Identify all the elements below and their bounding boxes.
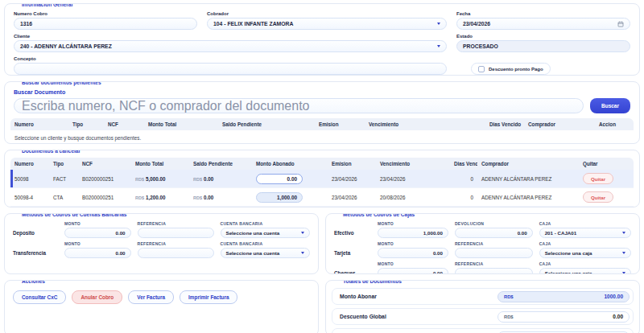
estado-input: PROCESADO — [456, 40, 630, 52]
field-cobrador: Cobrador 104 - FELIX INFANTE ZAMORA — [207, 11, 447, 30]
cheques-caja-select[interactable]: Seleccione una caja — [539, 268, 631, 274]
empty-state-row: Seleccione un cliente y busque documento… — [10, 130, 634, 144]
total-row-descuento-global: Descuento Global RD$ 0.00 — [332, 308, 634, 325]
tarjeta-caja-select[interactable]: Seleccione una caja — [539, 248, 631, 258]
col-monto-total: Monto Total — [144, 118, 218, 130]
deposito-referencia-input[interactable] — [138, 228, 214, 238]
section-totales: Totales de Documentos Monto Abonar RD$ 1… — [325, 280, 640, 333]
tarjeta-referencia-input[interactable] — [455, 248, 533, 258]
checkbox-icon[interactable] — [478, 66, 485, 72]
cell-ncf: B0200000251 — [78, 170, 131, 188]
currency-prefix: RD$ — [193, 177, 202, 182]
search-input[interactable] — [22, 99, 576, 113]
documents-to-cancel-table: Numero Tipo NCF Monto Total Saldo Pendie… — [10, 158, 634, 207]
amount: 5,000.00 — [146, 176, 166, 182]
field-descuento: Descuento pronto Pago — [456, 56, 630, 75]
monto-label: MONTO — [64, 241, 131, 246]
cheques-monto-input[interactable]: 0.00 — [378, 268, 448, 274]
transferencia-monto-input[interactable]: 0.00 — [64, 248, 131, 258]
descuento-pronto-pago-checkbox[interactable]: Descuento pronto Pago — [471, 63, 551, 75]
search-input-wrap — [14, 98, 584, 113]
cell-comprador: ADENNY ALCÁNTARA PEREZ — [477, 170, 579, 188]
total-value: 1000.00 — [605, 294, 624, 299]
quitar-button[interactable]: Quitar — [583, 191, 613, 203]
col-saldo-pendiente: Saldo Pendiente — [218, 118, 315, 130]
numero-cobro-input[interactable]: 1316 — [14, 18, 197, 30]
efectivo-caja-select[interactable]: 201 - CAJA01 — [539, 228, 631, 238]
chevron-down-icon — [622, 232, 625, 234]
descuento-label: Descuento pronto Pago — [489, 67, 543, 72]
deposito-monto-input[interactable]: 0.00 — [64, 228, 131, 238]
method-name: Deposito — [13, 230, 58, 238]
referencia-label: REFERENCIA — [455, 261, 533, 266]
method-row-cheques: Cheques MONTO 0.00 REFERENCIA CAJA Selec… — [332, 261, 634, 274]
cell-tipo: FACT — [49, 170, 78, 188]
fecha-value: 23/04/2026 — [463, 21, 490, 27]
anular-cobro-button[interactable]: Anular Cobro — [72, 290, 122, 304]
monto-label: MONTO — [378, 261, 448, 266]
consultar-cxc-button[interactable]: Consultar CxC — [13, 290, 66, 304]
ver-factura-button[interactable]: Ver Factura — [128, 290, 174, 304]
field-cliente: Cliente 240 - ADENNY ALCÁNTARA PEREZ — [14, 34, 447, 52]
descuento-global-input[interactable]: RD$ 0.00 — [497, 311, 630, 323]
cobrador-select[interactable]: 104 - FELIX INFANTE ZAMORA — [207, 18, 447, 30]
caja-label: CAJA — [539, 221, 631, 226]
calendar-icon[interactable] — [617, 21, 624, 27]
concepto-input[interactable] — [14, 63, 447, 75]
cell-monto-total: RD$1,200.00 — [131, 188, 189, 207]
table-row[interactable]: 50098 FACT B0200000251 RD$5,000.00 RD$0.… — [10, 170, 634, 188]
monto-abonado-input[interactable]: 0.00 — [256, 174, 303, 184]
chevron-down-icon — [622, 272, 625, 274]
currency-prefix: RD$ — [135, 195, 144, 200]
col-dias-vencido: Dias Vencido — [450, 158, 477, 170]
cell-saldo-pendiente: RD$0.00 — [189, 188, 252, 207]
amount: 0.00 — [204, 195, 213, 200]
col-ncf: NCF — [78, 158, 131, 170]
table-row[interactable]: 50098-4 CTA B0200000251 RD$1,200.00 RD$0… — [10, 188, 634, 207]
cell-quitar: Quitar — [579, 170, 634, 188]
cell-numero: 50098-4 — [10, 188, 49, 207]
method-name: Transferencia — [13, 250, 58, 258]
total-row-monto-abonar: Monto Abonar RD$ 1000.00 — [332, 288, 634, 305]
cell-quitar: Quitar — [579, 188, 634, 207]
section-documentos-cancelar: Documentos a cancelar Numero Tipo NCF Mo… — [4, 150, 640, 208]
col-quitar: Quitar — [579, 158, 634, 170]
cell-tipo: CTA — [49, 188, 78, 207]
table-header-row: Numero Tipo NCF Monto Total Saldo Pendie… — [10, 118, 634, 130]
fecha-input[interactable]: 23/04/2026 — [456, 18, 630, 30]
method-name: Efectivo — [334, 230, 371, 238]
deposito-cuenta-select[interactable]: Seleccione una cuenta — [221, 228, 310, 238]
section-informacion-general: Informacion General Numero Cobro 1316 Co… — [4, 3, 640, 76]
buscar-documento-heading: Buscar Documento — [14, 89, 630, 95]
monto-abonar-input[interactable]: RD$ 1000.00 — [497, 291, 630, 302]
col-numero: Numero — [10, 118, 68, 130]
cliente-label: Cliente — [14, 34, 447, 39]
referencia-label: REFERENCIA — [138, 241, 214, 246]
chevron-down-icon — [301, 252, 304, 254]
cuenta-value: Seleccione una cuenta — [226, 230, 280, 236]
efectivo-devolucion-input[interactable]: 0.00 — [455, 228, 533, 238]
method-name: Cheques — [334, 270, 371, 274]
col-comprador: Comprador — [477, 158, 579, 170]
referencia-label: REFERENCIA — [455, 241, 533, 246]
cuenta-label: CUENTA BANCARIA — [221, 241, 310, 246]
monto-abonado-input[interactable]: 1,000.00 — [256, 192, 303, 203]
caja-value: Seleccione una caja — [545, 250, 592, 256]
cliente-value: 240 - ADENNY ALCÁNTARA PEREZ — [20, 43, 112, 49]
quitar-button[interactable]: Quitar — [583, 173, 613, 184]
imprimir-factura-button[interactable]: Imprimir Factura — [180, 290, 237, 304]
monto-label: MONTO — [378, 221, 448, 226]
transferencia-cuenta-select[interactable]: Seleccione una cuenta — [221, 248, 310, 258]
field-fecha: Fecha 23/04/2026 — [456, 11, 630, 30]
cheques-referencia-input[interactable] — [455, 268, 533, 274]
empty-state-message: Seleccione un cliente y busque documento… — [10, 130, 634, 144]
efectivo-monto-input[interactable]: 1,000.00 — [378, 228, 448, 238]
buscar-button[interactable]: Buscar — [590, 98, 630, 113]
cell-dias-vencido: 0 — [450, 188, 477, 207]
cell-numero: 50098 — [10, 170, 49, 188]
cliente-select[interactable]: 240 - ADENNY ALCÁNTARA PEREZ — [14, 40, 447, 52]
tarjeta-monto-input[interactable]: 0.00 — [378, 248, 448, 258]
col-monto-abonado: Monto Abonado — [252, 158, 328, 170]
transferencia-referencia-input[interactable] — [138, 248, 214, 258]
cell-vencimiento: 23/04/2026 — [376, 170, 450, 188]
